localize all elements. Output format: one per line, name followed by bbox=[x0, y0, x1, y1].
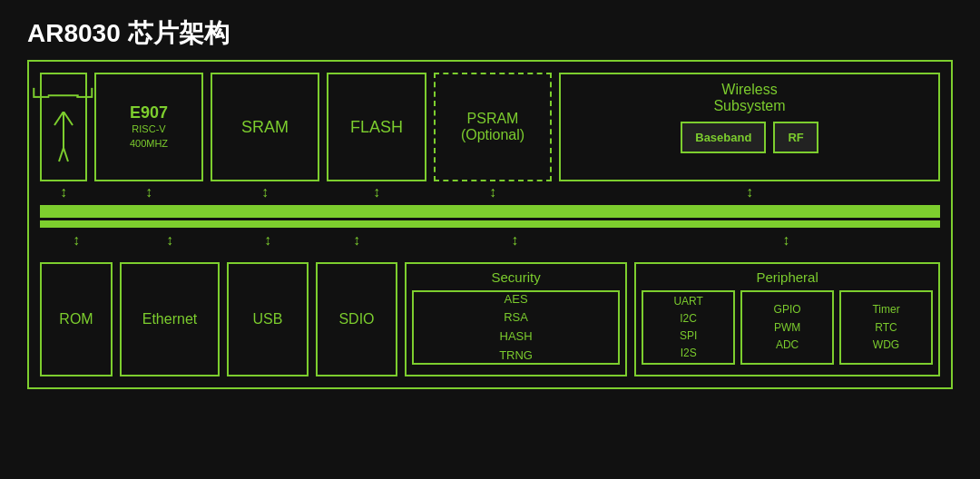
arrow-sram: ↕ bbox=[261, 184, 269, 200]
svg-line-1 bbox=[54, 112, 64, 125]
cpu-block: E907 RISC-V 400MHZ bbox=[94, 73, 203, 181]
bus-bar-top bbox=[40, 205, 940, 218]
top-row: ┐│┘ E907 RISC-V 400MHZ SRAM FLASH PSRAM … bbox=[40, 73, 940, 181]
arrow-wireless: ↕ bbox=[746, 184, 753, 200]
timer-label: Timer RTC WDG bbox=[872, 301, 899, 354]
diagram-container: ┐│┘ E907 RISC-V 400MHZ SRAM FLASH PSRAM … bbox=[27, 60, 953, 389]
security-block: Security AES RSA HASH TRNG bbox=[405, 262, 627, 376]
arrow-sdio: ↕ bbox=[353, 232, 360, 249]
psram-block: PSRAM (Optional) bbox=[434, 73, 552, 181]
sdio-label: SDIO bbox=[338, 311, 374, 327]
arrow-peripheral: ↕ bbox=[782, 232, 789, 249]
flash-block: FLASH bbox=[327, 73, 426, 181]
usb-label: USB bbox=[253, 311, 283, 327]
security-title: Security bbox=[412, 269, 620, 285]
arrow-cpu: ↕ bbox=[145, 184, 152, 200]
arrow-security: ↕ bbox=[511, 232, 518, 249]
security-items: AES RSA HASH TRNG bbox=[499, 290, 533, 366]
rom-block: ROM bbox=[40, 262, 113, 376]
psram-label: PSRAM (Optional) bbox=[461, 111, 524, 143]
cpu-name: E907 bbox=[130, 103, 168, 122]
baseband-label: Baseband bbox=[695, 131, 751, 144]
bottom-arrows-row: ↕ ↕ ↕ ↕ ↕ ↕ bbox=[40, 230, 940, 251]
top-arrows-row: ↕ ↕ ↕ ↕ ↕ ↕ bbox=[40, 181, 940, 203]
rf-block: RF bbox=[773, 122, 818, 153]
sdio-block: SDIO bbox=[316, 262, 397, 376]
page-title: AR8030 芯片架构 bbox=[0, 0, 980, 60]
ethernet-label: Ethernet bbox=[142, 311, 197, 327]
sram-label: SRAM bbox=[241, 118, 289, 137]
arrow-flash: ↕ bbox=[373, 184, 380, 200]
arrow-rom: ↕ bbox=[73, 232, 80, 249]
flash-label: FLASH bbox=[350, 118, 403, 137]
uart-block: UART I2C SPI I2S bbox=[642, 290, 735, 365]
peripheral-block: Peripheral UART I2C SPI I2S GPIO PWM ADC… bbox=[634, 262, 940, 376]
rom-label: ROM bbox=[59, 311, 93, 327]
uart-label: UART I2C SPI I2S bbox=[673, 293, 702, 363]
arrow-antenna: ↕ bbox=[60, 184, 67, 200]
wireless-block: Wireless Subsystem Baseband RF bbox=[559, 73, 940, 181]
wireless-inner: Baseband RF bbox=[568, 122, 931, 153]
peripheral-inner: UART I2C SPI I2S GPIO PWM ADC Timer RTC … bbox=[642, 290, 933, 365]
timer-block: Timer RTC WDG bbox=[839, 290, 933, 365]
svg-line-4 bbox=[64, 148, 68, 161]
ethernet-block: Ethernet bbox=[120, 262, 220, 376]
bus-bar-bot bbox=[40, 220, 940, 228]
security-inner: AES RSA HASH TRNG bbox=[412, 290, 620, 365]
gpio-label: GPIO PWM ADC bbox=[774, 301, 801, 354]
bottom-row: ROM Ethernet USB SDIO Security AES RSA H… bbox=[40, 251, 940, 376]
sram-block: SRAM bbox=[211, 73, 319, 181]
svg-line-3 bbox=[59, 148, 64, 161]
baseband-block: Baseband bbox=[681, 122, 766, 153]
usb-block: USB bbox=[227, 262, 309, 376]
peripheral-title: Peripheral bbox=[642, 269, 933, 285]
arrow-usb: ↕ bbox=[264, 232, 271, 249]
gpio-block: GPIO PWM ADC bbox=[740, 290, 834, 365]
rf-label: RF bbox=[788, 131, 803, 144]
arrow-psram: ↕ bbox=[489, 184, 496, 200]
svg-line-2 bbox=[64, 112, 73, 125]
wireless-title: Wireless Subsystem bbox=[568, 82, 931, 114]
cpu-sub: RISC-V 400MHZ bbox=[130, 122, 168, 151]
arrow-ethernet: ↕ bbox=[166, 232, 173, 249]
antenna-block: ┐│┘ bbox=[40, 73, 87, 181]
